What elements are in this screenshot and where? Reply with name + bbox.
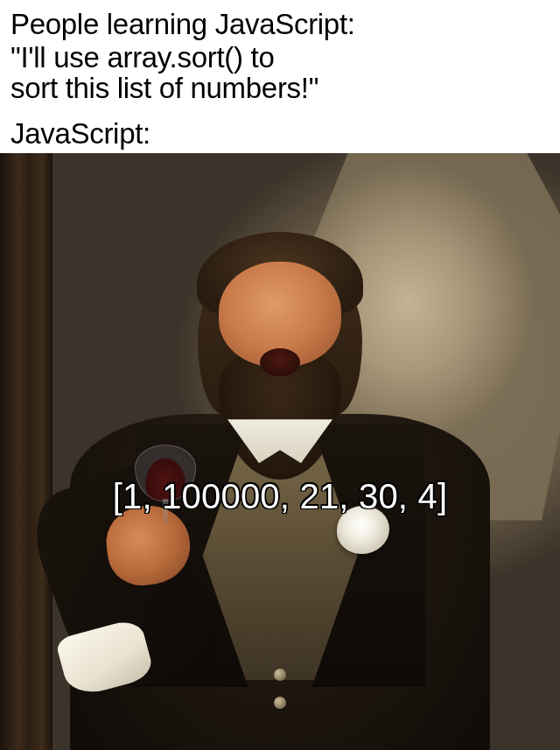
punchline-caption: [1, 100000, 21, 30, 4] (113, 476, 448, 515)
setup-quote: "I'll use array.sort() to sort this list… (10, 42, 550, 104)
response-label: JavaScript: (10, 118, 550, 150)
setup-line-1: People learning JavaScript: (10, 9, 550, 40)
meme-container: People learning JavaScript: "I'll use ar… (0, 0, 560, 750)
laughing-man (52, 221, 508, 729)
vest-button (274, 669, 286, 681)
quote-line-2: sort this list of numbers!" (10, 72, 318, 104)
meme-top-text: People learning JavaScript: "I'll use ar… (0, 0, 560, 153)
pillar (0, 153, 52, 751)
scene-background (0, 153, 560, 751)
vest-button (274, 697, 286, 709)
vest-buttons (274, 669, 286, 709)
quote-line-1: "I'll use array.sort() to (10, 41, 274, 74)
mouth-open (260, 348, 300, 376)
meme-image: [1, 100000, 21, 30, 4] (0, 153, 560, 751)
